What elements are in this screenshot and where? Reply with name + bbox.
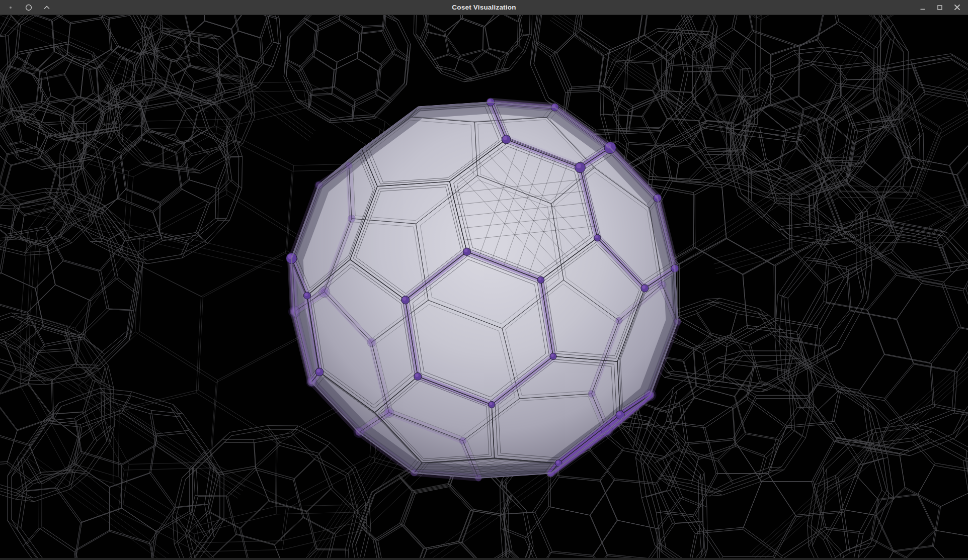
circle-icon[interactable] <box>23 2 34 13</box>
chevron-up-icon[interactable] <box>41 2 52 13</box>
titlebar-left-icons <box>0 2 52 13</box>
window-title: Coset Visualization <box>0 0 968 14</box>
minimize-button[interactable] <box>917 2 929 14</box>
window-bottom-edge <box>0 558 968 560</box>
close-button[interactable] <box>951 2 963 14</box>
maximize-button[interactable] <box>934 2 946 14</box>
viewport-3d[interactable] <box>0 15 968 558</box>
titlebar[interactable]: Coset Visualization <box>0 0 968 15</box>
dot-icon[interactable] <box>5 2 16 13</box>
window-controls <box>917 2 968 14</box>
